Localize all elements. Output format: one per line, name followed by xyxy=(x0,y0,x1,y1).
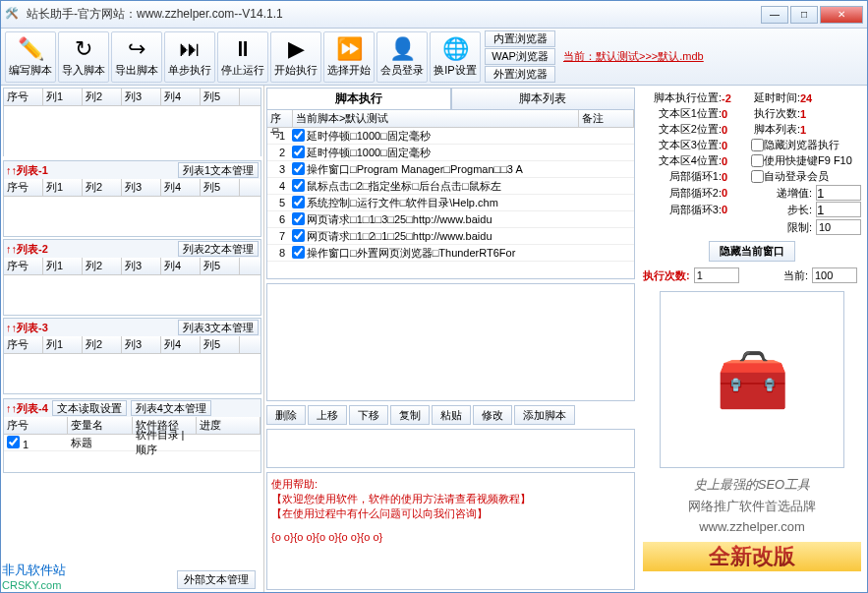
list-2-panel: ↑↑列表-2列表2文本管理序号列1列2列3列4列5 xyxy=(3,239,261,316)
action-6[interactable]: 添加脚本 xyxy=(514,405,575,425)
info-row: 脚本执行位置:-2延时时间:24 xyxy=(643,90,861,105)
help-title: 使用帮助: xyxy=(271,477,630,492)
exec-current-label: 当前: xyxy=(783,268,808,283)
exec-current-input[interactable] xyxy=(812,267,857,283)
col-hdr: 列3 xyxy=(122,89,161,105)
list-manage-button[interactable]: 列表2文本管理 xyxy=(178,241,259,257)
param-input[interactable] xyxy=(816,185,861,201)
info-val2: 1 xyxy=(800,124,824,136)
toolbar-icon: 🌐 xyxy=(442,35,469,63)
script-row[interactable]: 1延时停顿□1000□固定毫秒 xyxy=(267,128,634,145)
script-row[interactable]: 5系统控制□运行文件□软件目录\Help.chm xyxy=(267,195,634,211)
browser-btn-2[interactable]: 外置浏览器 xyxy=(485,66,555,83)
col-hdr: 列4 xyxy=(161,336,201,353)
info-key: 文本区3位置: xyxy=(643,138,722,152)
col-hdr: 序号 xyxy=(4,336,43,353)
promo-1: 史上最强的SEO工具 xyxy=(643,476,861,494)
row-check[interactable] xyxy=(292,246,305,259)
exec-count-label: 执行次数: xyxy=(643,268,690,283)
close-button[interactable]: ✕ xyxy=(820,6,863,24)
list-label: ↑↑列表-3 xyxy=(6,321,48,335)
action-5[interactable]: 修改 xyxy=(473,405,512,425)
toolbar-0[interactable]: ✏️编写脚本 xyxy=(5,31,56,83)
info-key2: 执行次数: xyxy=(745,106,800,121)
col-hdr: 列1 xyxy=(43,336,83,353)
row-check[interactable] xyxy=(292,129,305,142)
col-hdr: 列2 xyxy=(83,258,122,274)
maximize-button[interactable]: □ xyxy=(790,6,818,24)
info-check[interactable] xyxy=(751,139,764,151)
promo-3: www.zzhelper.com xyxy=(643,519,861,534)
row-check[interactable] xyxy=(292,196,305,208)
browser-btn-0[interactable]: 内置浏览器 xyxy=(485,30,555,47)
row-num: 3 xyxy=(267,163,289,175)
param-input[interactable] xyxy=(816,219,861,235)
list-manage-button[interactable]: 列表3文本管理 xyxy=(178,320,259,335)
param-label: 步长: xyxy=(787,203,812,217)
browser-btn-1[interactable]: WAP浏览器 xyxy=(485,48,555,65)
action-4[interactable]: 粘贴 xyxy=(432,405,471,425)
script-spare-box xyxy=(266,283,635,401)
toolbar-icon: ↪ xyxy=(128,35,145,63)
col-hdr: 列5 xyxy=(201,179,240,196)
action-1[interactable]: 上移 xyxy=(308,405,347,425)
toolbar-8[interactable]: 🌐换IP设置 xyxy=(430,31,481,83)
row-check[interactable] xyxy=(292,179,305,192)
tab-script-exec[interactable]: 脚本执行 xyxy=(266,88,451,109)
list-4-manage-button[interactable]: 列表4文本管理 xyxy=(131,400,211,416)
toolbar-2[interactable]: ↪导出脚本 xyxy=(111,31,162,83)
col-hdr: 列4 xyxy=(161,89,201,105)
toolbar-icon: ⏸ xyxy=(232,35,254,63)
toolbar: ✏️编写脚本↻导入脚本↪导出脚本⏭单步执行⏸停止运行▶开始执行⏩选择开始👤会员登… xyxy=(1,29,867,86)
row-check[interactable] xyxy=(292,162,305,175)
toolbar-7[interactable]: 👤会员登录 xyxy=(376,31,428,83)
row-check[interactable] xyxy=(7,436,20,448)
db-link[interactable]: 当前：默认测试>>>默认.mdb xyxy=(563,49,704,64)
info-key2: 脚本列表: xyxy=(745,122,800,137)
script-row[interactable]: 8操作窗口□外置网页浏览器□ThunderRT6For xyxy=(267,245,634,262)
row-check[interactable] xyxy=(292,229,305,242)
row-text: 延时停顿□1000□固定毫秒 xyxy=(307,146,634,160)
toolbar-label: 编写脚本 xyxy=(9,63,52,78)
row-check[interactable] xyxy=(292,146,305,158)
toolbar-5[interactable]: ▶开始执行 xyxy=(270,31,321,83)
action-2[interactable]: 下移 xyxy=(349,405,388,425)
info-check[interactable] xyxy=(751,154,764,167)
row-check[interactable] xyxy=(292,212,305,225)
param-input[interactable] xyxy=(816,202,861,217)
list-label: ↑↑列表-2 xyxy=(6,242,48,257)
list-4-read-settings-button[interactable]: 文本读取设置 xyxy=(52,400,127,416)
script-row[interactable]: 4鼠标点击□2□指定坐标□后台点击□鼠标左 xyxy=(267,178,634,195)
minimize-button[interactable]: — xyxy=(761,6,788,24)
list-manage-button[interactable]: 列表1文本管理 xyxy=(178,162,259,178)
info-row: 文本区4位置:0使用快捷键F9 F10 xyxy=(643,153,861,168)
toolbar-3[interactable]: ⏭单步执行 xyxy=(164,31,215,83)
cell: 标题 xyxy=(68,436,132,450)
toolbar-label: 会员登录 xyxy=(380,63,424,78)
list-3-panel: ↑↑列表-3列表3文本管理序号列1列2列3列4列5 xyxy=(3,318,261,394)
script-row[interactable]: 3操作窗口□Program Manager□Progman□□3 A xyxy=(267,161,634,178)
hide-window-button[interactable]: 隐藏当前窗口 xyxy=(709,241,795,262)
script-row[interactable]: 7网页请求□1□2□1□25□http://www.baidu xyxy=(267,228,634,245)
info-check[interactable] xyxy=(751,170,764,183)
info-row: 文本区1位置:0执行次数:1 xyxy=(643,106,861,121)
toolbar-4[interactable]: ⏸停止运行 xyxy=(217,31,268,83)
info-key: 文本区2位置: xyxy=(643,122,722,137)
col-hdr: 进度 xyxy=(197,417,260,434)
toolbar-6[interactable]: ⏩选择开始 xyxy=(323,31,375,83)
script-tabs: 脚本执行 脚本列表 xyxy=(266,88,635,109)
action-3[interactable]: 复制 xyxy=(390,405,430,425)
tab-script-list[interactable]: 脚本列表 xyxy=(451,88,636,109)
info-val: 0 xyxy=(722,108,745,120)
script-row[interactable]: 6网页请求□1□1□3□25□http://www.baidu xyxy=(267,211,634,228)
spare-box xyxy=(266,429,635,468)
action-0[interactable]: 删除 xyxy=(266,405,306,425)
promo-2: 网络推广软件首选品牌 xyxy=(643,498,861,515)
toolbar-1[interactable]: ↻导入脚本 xyxy=(58,31,109,83)
exec-count-input[interactable] xyxy=(694,267,739,283)
script-row[interactable]: 2延时停顿□1000□固定毫秒 xyxy=(267,145,634,161)
info-row: 文本区3位置:0隐藏浏览器执行 xyxy=(643,138,861,152)
script-table[interactable]: 序号 当前脚本>默认测试 备注 1延时停顿□1000□固定毫秒2延时停顿□100… xyxy=(266,109,635,279)
external-text-manage-button[interactable]: 外部文本管理 xyxy=(177,570,256,589)
col-hdr: 列1 xyxy=(43,179,83,196)
